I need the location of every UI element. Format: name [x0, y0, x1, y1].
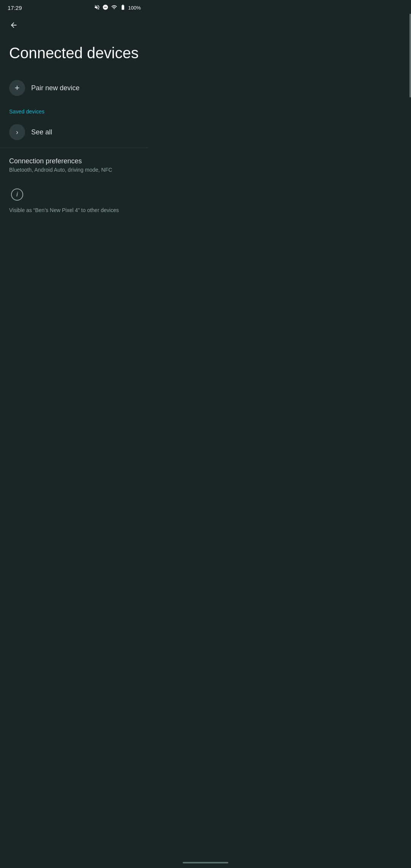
see-all-label: See all	[31, 128, 52, 136]
status-time: 17:29	[8, 5, 22, 11]
wifi-icon	[111, 4, 118, 11]
visible-as-section: i Visible as “Ben’s New Pixel 4” to othe…	[0, 180, 148, 222]
chevron-right-icon: ›	[16, 128, 18, 136]
section-divider	[0, 148, 148, 148]
connection-preferences-subtitle: Bluetooth, Android Auto, driving mode, N…	[9, 167, 139, 173]
pair-new-device-label: Pair new device	[31, 84, 80, 92]
info-letter: i	[16, 191, 18, 198]
toolbar	[0, 14, 148, 37]
pair-icon-container: +	[9, 80, 25, 96]
status-bar: 17:29 100%	[0, 0, 148, 14]
battery-percentage: 100%	[128, 5, 141, 11]
connection-preferences-row[interactable]: Connection preferences Bluetooth, Androi…	[0, 150, 148, 180]
page-title-section: Connected devices	[0, 37, 148, 74]
saved-devices-section-header: Saved devices	[0, 102, 148, 118]
mute-icon	[94, 4, 100, 11]
info-icon-container: i	[9, 187, 25, 203]
plus-icon: +	[15, 84, 20, 92]
saved-devices-title: Saved devices	[9, 108, 45, 115]
info-circle-icon: i	[11, 188, 23, 201]
pair-new-device-row[interactable]: + Pair new device	[0, 74, 148, 102]
connection-preferences-title: Connection preferences	[9, 157, 139, 165]
status-icons: 100%	[94, 4, 141, 11]
chevron-circle: ›	[9, 124, 25, 140]
do-not-disturb-icon	[102, 4, 108, 11]
see-all-row[interactable]: › See all	[0, 118, 148, 146]
back-button[interactable]	[6, 18, 21, 33]
visible-as-text: Visible as “Ben’s New Pixel 4” to other …	[9, 206, 119, 214]
page-title: Connected devices	[9, 44, 139, 62]
battery-icon	[120, 4, 126, 11]
